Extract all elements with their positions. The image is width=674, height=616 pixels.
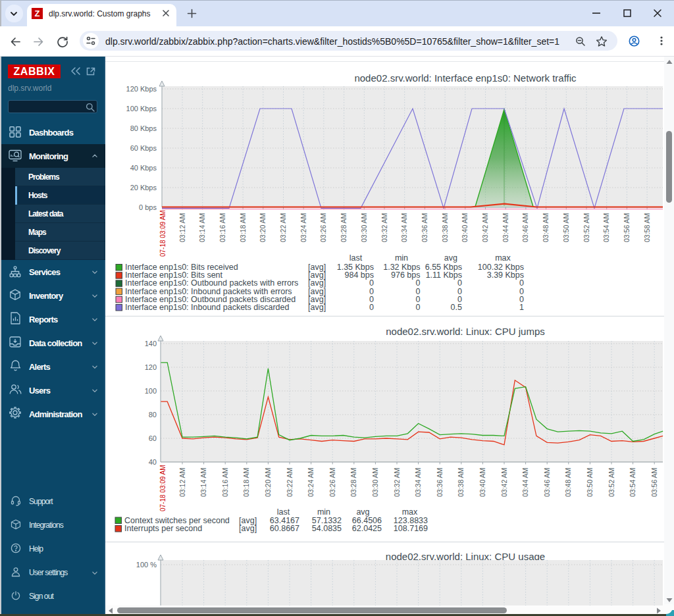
svg-text:03:28 AM: 03:28 AM (350, 468, 357, 497)
svg-text:03:20 AM: 03:20 AM (259, 213, 267, 242)
svg-text:03:54 AM: 03:54 AM (602, 213, 610, 242)
svg-text:03:38 AM: 03:38 AM (457, 468, 465, 497)
svg-text:40: 40 (149, 458, 157, 466)
svg-text:100 Kbps: 100 Kbps (126, 105, 157, 113)
svg-text:last: last (350, 253, 363, 263)
svg-text:03:18 AM: 03:18 AM (242, 468, 250, 497)
svg-text:108.7169: 108.7169 (394, 524, 428, 533)
svg-text:03:50 AM: 03:50 AM (586, 468, 594, 497)
svg-text:03:20 AM: 03:20 AM (264, 468, 272, 497)
svg-text:07-18 03:09 AM: 07-18 03:09 AM (159, 210, 167, 257)
svg-text:03:36 AM: 03:36 AM (436, 468, 444, 497)
svg-text:03:52 AM: 03:52 AM (608, 468, 615, 497)
svg-text:03:38 AM: 03:38 AM (441, 213, 449, 242)
svg-text:Interface enp1s0: Inbound pack: Interface enp1s0: Inbound packets discar… (125, 303, 290, 312)
svg-text:03:26 AM: 03:26 AM (319, 213, 327, 242)
svg-text:node02.srv.world: Linux: CPU j: node02.srv.world: Linux: CPU jumps (386, 326, 545, 337)
svg-text:62.0425: 62.0425 (352, 524, 382, 533)
svg-text:40 Kbps: 40 Kbps (130, 164, 157, 172)
svg-text:max: max (495, 253, 511, 263)
svg-text:03:34 AM: 03:34 AM (414, 468, 422, 497)
svg-text:120 Kbps: 120 Kbps (126, 85, 157, 93)
svg-text:03:30 AM: 03:30 AM (360, 213, 368, 242)
svg-text:0 bps: 0 bps (139, 203, 157, 211)
svg-text:54.0835: 54.0835 (312, 524, 342, 533)
svg-text:[avg]: [avg] (308, 303, 326, 312)
svg-text:03:26 AM: 03:26 AM (328, 468, 336, 497)
svg-text:1.11 Kbps: 1.11 Kbps (426, 270, 462, 280)
svg-text:03:52 AM: 03:52 AM (583, 213, 590, 242)
svg-text:03:44 AM: 03:44 AM (521, 468, 529, 497)
svg-text:03:16 AM: 03:16 AM (219, 213, 226, 242)
svg-text:03:24 AM: 03:24 AM (299, 213, 307, 242)
svg-text:120: 120 (145, 363, 157, 371)
svg-text:60: 60 (149, 434, 157, 442)
svg-text:03:48 AM: 03:48 AM (542, 213, 550, 242)
svg-text:03:32 AM: 03:32 AM (393, 468, 401, 497)
svg-text:03:22 AM: 03:22 AM (286, 468, 294, 497)
svg-text:03:28 AM: 03:28 AM (340, 213, 348, 242)
svg-text:0: 0 (369, 303, 374, 312)
svg-text:03:18 AM: 03:18 AM (239, 213, 247, 242)
svg-text:140: 140 (145, 340, 157, 347)
svg-text:60 Kbps: 60 Kbps (130, 144, 157, 152)
svg-text:03:12 AM: 03:12 AM (178, 468, 186, 497)
svg-text:07-18 03:09 AM: 07-18 03:09 AM (159, 465, 167, 511)
svg-text:avg: avg (444, 253, 457, 263)
svg-text:80: 80 (149, 411, 157, 419)
svg-text:100: 100 (145, 387, 157, 395)
svg-text:03:14 AM: 03:14 AM (199, 468, 207, 497)
svg-text:03:42 AM: 03:42 AM (500, 468, 508, 497)
svg-text:03:40 AM: 03:40 AM (461, 213, 469, 242)
svg-text:0.5: 0.5 (451, 303, 462, 312)
svg-text:03:30 AM: 03:30 AM (371, 468, 379, 497)
svg-text:03:54 AM: 03:54 AM (629, 468, 636, 497)
svg-text:60.8667: 60.8667 (270, 524, 299, 533)
svg-text:03:22 AM: 03:22 AM (279, 213, 287, 242)
svg-text:node02.srv.world: Interface en: node02.srv.world: Interface enp1s0: Netw… (354, 72, 577, 84)
svg-text:Interrupts per second: Interrupts per second (124, 524, 202, 533)
svg-text:03:40 AM: 03:40 AM (479, 468, 486, 497)
svg-text:03:50 AM: 03:50 AM (562, 213, 570, 242)
svg-text:100 %: 100 % (136, 561, 157, 569)
svg-text:3.39 Kbps: 3.39 Kbps (487, 270, 524, 280)
svg-text:03:44 AM: 03:44 AM (502, 213, 509, 242)
svg-text:min: min (395, 253, 408, 263)
svg-text:03:12 AM: 03:12 AM (178, 213, 186, 242)
svg-text:03:16 AM: 03:16 AM (221, 468, 229, 497)
svg-text:03:36 AM: 03:36 AM (421, 213, 428, 242)
svg-text:[avg]: [avg] (239, 524, 257, 533)
svg-text:03:14 AM: 03:14 AM (198, 213, 206, 242)
svg-text:03:56 AM: 03:56 AM (650, 468, 658, 497)
svg-text:03:42 AM: 03:42 AM (481, 213, 489, 242)
svg-text:0: 0 (416, 303, 421, 312)
svg-text:03:58 AM: 03:58 AM (643, 213, 651, 242)
svg-text:03:46 AM: 03:46 AM (543, 468, 551, 497)
svg-text:03:46 AM: 03:46 AM (521, 213, 529, 242)
svg-text:03:56 AM: 03:56 AM (623, 213, 631, 242)
svg-text:03:32 AM: 03:32 AM (380, 213, 388, 242)
svg-text:80 Kbps: 80 Kbps (130, 124, 157, 132)
svg-text:1: 1 (519, 303, 524, 312)
svg-text:20 Kbps: 20 Kbps (130, 184, 157, 192)
svg-text:03:34 AM: 03:34 AM (400, 213, 408, 242)
svg-text:03:24 AM: 03:24 AM (307, 468, 315, 497)
svg-text:03:48 AM: 03:48 AM (564, 468, 572, 497)
